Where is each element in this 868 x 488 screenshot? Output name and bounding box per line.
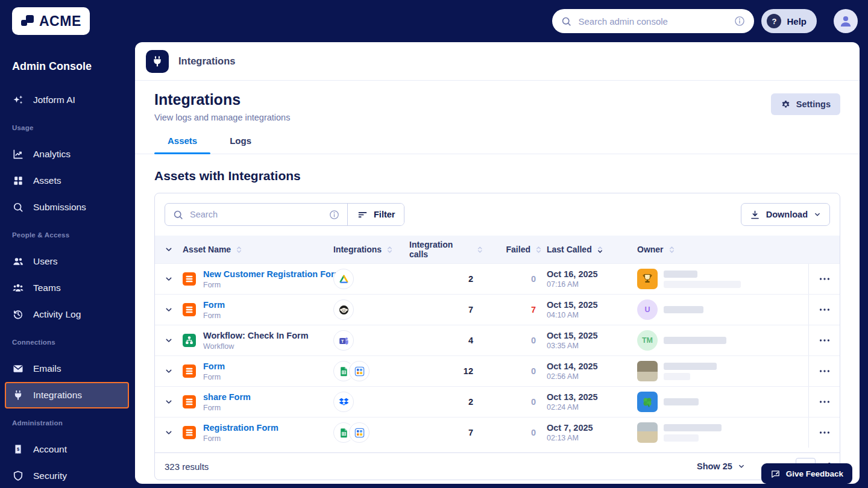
form-asset-icon: [183, 426, 196, 439]
card-header: Integrations: [135, 42, 860, 81]
row-actions-button[interactable]: [818, 272, 831, 286]
sidebar-item-teams[interactable]: Teams: [5, 275, 129, 301]
row-expand-icon[interactable]: [164, 305, 174, 314]
question-icon: ?: [767, 14, 781, 28]
sort-icon-active[interactable]: [596, 245, 605, 254]
sort-icon[interactable]: [667, 245, 676, 254]
asset-name-link[interactable]: Form: [203, 361, 225, 371]
ms-teams-icon: T: [333, 330, 354, 351]
row-expand-icon[interactable]: [164, 428, 174, 437]
asset-name-link[interactable]: New Customer Registration Form: [203, 269, 342, 279]
owner-avatar-trophy-icon: [637, 269, 658, 289]
sidebar-item-label: Integrations: [33, 390, 82, 401]
sidebar-item-integrations[interactable]: Integrations: [5, 382, 129, 408]
sidebar-item-jotform-ai[interactable]: Jotform AI: [5, 87, 129, 113]
filter-button[interactable]: Filter: [347, 204, 404, 225]
table-row: FormForm120Oct 14, 202502:56 AM: [155, 355, 840, 386]
row-expand-icon[interactable]: [164, 397, 174, 407]
sidebar-item-label: Activity Log: [33, 309, 81, 320]
sidebar-item-label: Users: [33, 256, 57, 267]
sidebar-nav: Jotform AIUsageAnalyticsAssetsSubmission…: [0, 87, 134, 488]
integration-icons: T: [333, 330, 409, 351]
asset-name-link[interactable]: Form: [203, 300, 225, 310]
asset-type-label: Form: [203, 373, 225, 381]
asset-type-label: Form: [203, 404, 251, 412]
sort-icon[interactable]: [234, 245, 244, 254]
sort-icon[interactable]: [476, 245, 484, 254]
failed-value: 0: [531, 366, 547, 376]
row-actions-button[interactable]: [818, 364, 831, 378]
asset-name-link[interactable]: share Form: [203, 392, 251, 402]
settings-button[interactable]: Settings: [771, 93, 840, 115]
sidebar-item-users[interactable]: Users: [5, 248, 129, 275]
row-expand-icon[interactable]: [164, 366, 174, 376]
row-expand-icon[interactable]: [164, 336, 174, 345]
activity-icon: [12, 308, 24, 321]
tab-assets[interactable]: Assets: [154, 136, 210, 154]
sort-icon[interactable]: [385, 245, 394, 254]
expand-all-icon[interactable]: [164, 245, 174, 254]
redacted-owner-name: [664, 363, 717, 380]
redacted-owner-name: [664, 306, 703, 313]
failed-value: 7: [531, 305, 547, 314]
integration-calls-value: 2: [468, 397, 489, 407]
row-actions-button[interactable]: [818, 395, 831, 408]
sidebar-section-people-access: People & Access: [0, 231, 134, 239]
redacted-owner-name: [664, 398, 699, 405]
form-asset-icon: [183, 395, 196, 408]
page-size-select[interactable]: Show 25: [697, 461, 746, 471]
sidebar-item-security[interactable]: Security: [5, 463, 129, 488]
table-search[interactable]: [165, 204, 347, 225]
sidebar-item-emails[interactable]: Emails: [5, 355, 129, 382]
asset-name-link[interactable]: Workflow: Check In Form: [203, 331, 309, 340]
row-expand-icon[interactable]: [164, 274, 174, 284]
user-avatar[interactable]: [834, 9, 858, 33]
give-feedback-button[interactable]: Give Feedback: [761, 463, 852, 484]
google-drive-icon: [333, 269, 354, 289]
form-asset-icon: [183, 303, 196, 316]
table-row: FormForm77Oct 15, 202504:10 AMU: [155, 294, 840, 325]
integration-calls-value: 4: [468, 336, 489, 345]
main-content: Integrations Integrations View logs and …: [135, 42, 860, 484]
row-actions-button[interactable]: [818, 426, 831, 439]
sidebar-item-account[interactable]: $Account: [5, 436, 129, 463]
page-subtitle: View logs and manage integrations: [154, 113, 840, 122]
sidebar-section-connections: Connections: [0, 339, 134, 346]
acme-logo-icon: [20, 14, 35, 28]
integration-icons: [333, 361, 409, 381]
search-filter-group: Filter: [165, 203, 404, 226]
plug-icon: [151, 55, 164, 68]
sidebar-section-administration: Administration: [0, 419, 134, 427]
table-row: Workflow: Check In FormWorkflowT40Oct 15…: [155, 325, 840, 355]
sidebar-item-analytics[interactable]: Analytics: [5, 141, 129, 167]
integration-calls-value: 7: [468, 305, 489, 314]
row-actions-button[interactable]: [818, 303, 831, 316]
app-title: Integrations: [178, 55, 235, 67]
table-search-input[interactable]: [190, 210, 322, 219]
table-row: New Customer Registration FormForm20Oct …: [155, 263, 840, 294]
owner-avatar-photo: [637, 422, 658, 443]
sidebar-item-activity-log[interactable]: Activity Log: [5, 301, 129, 328]
table-row: Registration FormForm70Oct 7, 202502:13 …: [155, 417, 840, 448]
admin-search-bar[interactable]: [552, 9, 754, 33]
section-title: Assets with Integrations: [135, 154, 860, 183]
redacted-owner-name: [664, 337, 726, 344]
help-button[interactable]: ? Help: [761, 9, 817, 33]
sort-icon[interactable]: [534, 245, 543, 254]
admin-search-input[interactable]: [578, 16, 728, 27]
form-asset-icon: [183, 364, 196, 378]
download-icon: [749, 209, 761, 221]
sidebar-item-submissions[interactable]: Submissions: [5, 194, 129, 221]
tab-logs[interactable]: Logs: [216, 136, 265, 154]
sidebar-item-label: Analytics: [33, 149, 71, 160]
row-actions-button[interactable]: [818, 334, 831, 347]
sidebar-title: Admin Console: [0, 60, 134, 73]
feedback-icon: [770, 469, 781, 479]
gear-icon: [781, 99, 791, 110]
sidebar-item-assets[interactable]: Assets: [5, 167, 129, 194]
download-button[interactable]: Download: [741, 203, 830, 226]
last-called-date: Oct 15, 2025: [547, 300, 637, 310]
asset-name-link[interactable]: Registration Form: [203, 423, 278, 433]
acme-logo[interactable]: ACME: [12, 7, 90, 35]
failed-value: 0: [531, 397, 547, 407]
